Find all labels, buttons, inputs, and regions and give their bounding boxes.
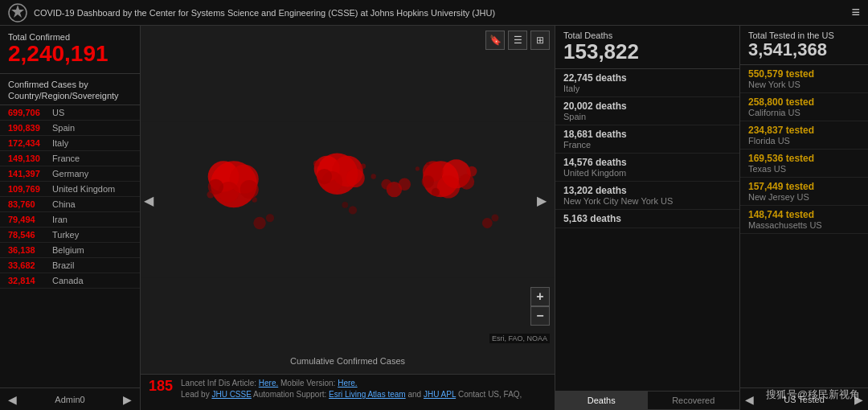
- country-list-item[interactable]: 149,130France: [0, 151, 140, 166]
- left-sidebar: Total Confirmed 2,240,191 Confirmed Case…: [0, 26, 141, 410]
- svg-point-29: [482, 218, 493, 228]
- svg-point-23: [399, 178, 411, 190]
- death-list-item[interactable]: 14,576 deathsUnited Kingdom: [555, 154, 739, 182]
- death-place: New York City New York US: [563, 196, 731, 206]
- sidebar-nav-prev[interactable]: ◀: [8, 393, 17, 406]
- map-toolbar: 🔖 ☰ ⊞: [485, 31, 550, 50]
- country-list-item[interactable]: 36,138Belgium: [0, 243, 140, 258]
- total-confirmed-section: Total Confirmed 2,240,191: [0, 26, 140, 74]
- country-list-item[interactable]: 83,760China: [0, 197, 140, 212]
- jhu-apl-link[interactable]: JHU APL: [424, 390, 456, 399]
- deaths-tabs: Deaths Recovered: [555, 391, 739, 410]
- tested-list-item[interactable]: 550,579 testedNew York US: [740, 65, 868, 93]
- country-count: 78,546: [8, 230, 48, 240]
- country-list-item[interactable]: 79,494Iran: [0, 212, 140, 228]
- death-list-item[interactable]: 18,681 deathsFrance: [555, 125, 739, 154]
- svg-point-34: [416, 166, 420, 170]
- deaths-panel: Total Deaths 153,822 22,745 deathsItaly2…: [555, 26, 739, 410]
- sidebar-nav-next[interactable]: ▶: [123, 393, 132, 406]
- tested-place: California US: [748, 108, 860, 117]
- tested-count: 550,579 tested: [748, 68, 860, 80]
- tested-count: 169,536 tested: [748, 153, 860, 164]
- country-name: Italy: [52, 138, 68, 148]
- svg-point-25: [253, 217, 265, 229]
- country-count: 79,494: [8, 215, 48, 224]
- country-list-item[interactable]: 190,839Spain: [0, 121, 140, 136]
- death-list-item[interactable]: 13,202 deathsNew York City New York US: [555, 182, 739, 210]
- map-list-btn[interactable]: ☰: [508, 31, 527, 50]
- esri-atlas-link[interactable]: Esri Living Atlas team: [329, 390, 406, 399]
- here1-link[interactable]: Here.: [259, 379, 278, 387]
- death-count: 14,576 deaths: [563, 157, 731, 168]
- automation-label: Automation Support:: [253, 390, 326, 399]
- menu-icon[interactable]: ≡: [851, 4, 860, 21]
- map-bottom-bar: 185 Lancet Inf Dis Article: Here. Mobile…: [141, 374, 555, 410]
- total-confirmed-value: 2,240,191: [8, 42, 132, 67]
- death-list-item[interactable]: 22,745 deathsItaly: [555, 69, 739, 97]
- tab-recovered[interactable]: Recovered: [648, 392, 740, 409]
- death-list-item[interactable]: 5,163 deaths: [555, 210, 739, 228]
- tab-deaths[interactable]: Deaths: [555, 392, 648, 409]
- map-container[interactable]: 🔖 ☰ ⊞: [141, 26, 555, 374]
- map-nav-left[interactable]: ◀: [141, 189, 157, 211]
- death-count: 20,002 deaths: [563, 100, 731, 112]
- svg-point-37: [252, 197, 256, 202]
- map-nav-right[interactable]: ▶: [534, 189, 550, 211]
- country-list-item[interactable]: 141,397Germany: [0, 166, 140, 182]
- tested-list-item[interactable]: 157,449 testedNew Jersey US: [740, 178, 868, 206]
- main-content: Total Confirmed 2,240,191 Confirmed Case…: [0, 26, 868, 410]
- tested-list-item[interactable]: 234,837 testedFlorida US: [740, 121, 868, 150]
- confirmed-cases-header: Confirmed Cases byCountry/Region/Soverei…: [0, 74, 140, 106]
- country-count: 149,130: [8, 154, 48, 163]
- country-list-item[interactable]: 699,706US: [0, 105, 140, 121]
- map-zoom-out[interactable]: −: [530, 306, 550, 326]
- contact-label: Contact US, FAQ,: [458, 390, 522, 399]
- map-bookmark-btn[interactable]: 🔖: [485, 31, 505, 50]
- country-list[interactable]: 699,706US190,839Spain172,434Italy149,130…: [0, 105, 140, 387]
- tested-list-item[interactable]: 148,744 testedMassachusetts US: [740, 206, 868, 234]
- and-text: and: [407, 390, 421, 399]
- death-place: Italy: [563, 84, 731, 93]
- svg-point-6: [317, 169, 332, 184]
- tested-place: New Jersey US: [748, 192, 860, 202]
- svg-point-27: [349, 206, 357, 214]
- map-grid-btn[interactable]: ⊞: [530, 31, 550, 50]
- death-list-item[interactable]: 20,002 deathsSpain: [555, 97, 739, 125]
- country-list-item[interactable]: 33,682Brazil: [0, 258, 140, 273]
- deaths-value: 153,822: [563, 40, 731, 64]
- country-list-item[interactable]: 78,546Turkey: [0, 228, 140, 243]
- jhu-csse-link[interactable]: JHU CSSE: [211, 390, 251, 399]
- tested-nav-prev[interactable]: ◀: [745, 393, 754, 406]
- deaths-list[interactable]: 22,745 deathsItaly20,002 deathsSpain18,6…: [555, 69, 739, 391]
- tested-place: New York US: [748, 80, 860, 89]
- tested-count: 157,449 tested: [748, 181, 860, 192]
- svg-point-15: [432, 188, 440, 196]
- map-zoom-in[interactable]: +: [530, 287, 550, 306]
- country-name: Belgium: [52, 245, 84, 255]
- country-list-item[interactable]: 109,769United Kingdom: [0, 182, 140, 197]
- here2-link[interactable]: Here.: [338, 379, 357, 387]
- country-name: Iran: [52, 215, 68, 224]
- tested-panel: Total Tested in the US 3,541,368 550,579…: [739, 26, 868, 410]
- country-count: 190,839: [8, 123, 48, 133]
- svg-point-24: [381, 179, 391, 190]
- tested-list-item[interactable]: 169,536 testedTexas US: [740, 150, 868, 178]
- death-count: 18,681 deaths: [563, 129, 731, 140]
- country-name: Canada: [52, 276, 84, 285]
- map-label: Cumulative Confirmed Cases: [141, 356, 555, 366]
- tested-list-item[interactable]: 258,800 testedCalifornia US: [740, 93, 868, 121]
- country-name: China: [52, 199, 76, 209]
- sidebar-footer-label: Admin0: [55, 395, 84, 404]
- country-name: United Kingdom: [52, 184, 115, 194]
- country-list-item[interactable]: 32,814Canada: [0, 273, 140, 289]
- country-count: 32,814: [8, 276, 48, 285]
- tested-place: Texas US: [748, 164, 860, 174]
- tested-nav-next[interactable]: ▶: [854, 393, 863, 406]
- death-count: 13,202 deaths: [563, 185, 731, 196]
- tested-list[interactable]: 550,579 testedNew York US258,800 testedC…: [740, 65, 868, 387]
- svg-point-32: [361, 163, 366, 168]
- country-list-item[interactable]: 172,434Italy: [0, 136, 140, 151]
- tested-count: 234,837 tested: [748, 125, 860, 136]
- article-number: 185: [149, 378, 173, 395]
- tested-footer-label: US Tested: [784, 395, 825, 404]
